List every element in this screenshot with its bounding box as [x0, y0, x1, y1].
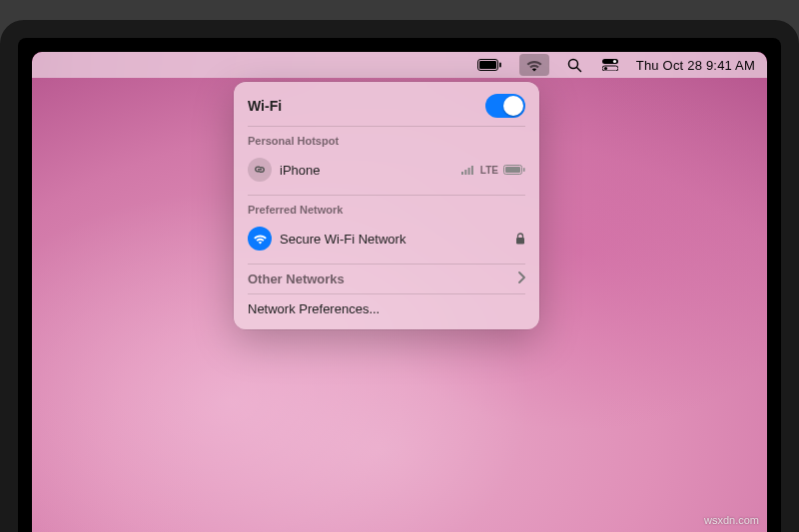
signal-bars-icon [461, 165, 475, 175]
svg-rect-1 [499, 63, 501, 68]
watermark: wsxdn.com [704, 514, 759, 526]
wifi-title: Wi-Fi [248, 98, 282, 114]
svg-rect-15 [505, 167, 520, 173]
preferred-network-row[interactable]: Secure Wi-Fi Network [234, 220, 539, 258]
menubar: Thu Oct 28 9:41 AM [32, 52, 767, 78]
wifi-panel-header: Wi-Fi [234, 92, 539, 126]
wifi-panel: Wi-Fi Personal Hotspot iPhone [234, 82, 539, 329]
hotspot-row[interactable]: iPhone LTE [234, 151, 539, 189]
hotspot-device-label: iPhone [280, 163, 453, 178]
svg-rect-9 [461, 172, 463, 175]
svg-rect-11 [467, 168, 469, 175]
svg-rect-2 [479, 61, 496, 69]
svg-point-6 [613, 60, 616, 63]
hotspot-icon [248, 158, 272, 182]
screen-bezel: Thu Oct 28 9:41 AM Wi-Fi Personal Hotspo… [18, 38, 781, 532]
network-preferences-label: Network Preferences... [248, 301, 525, 316]
svg-line-4 [576, 67, 580, 71]
lte-label: LTE [480, 165, 498, 176]
svg-rect-10 [464, 170, 466, 175]
other-networks-row[interactable]: Other Networks [234, 265, 539, 293]
preferred-section-label: Preferred Network [234, 196, 539, 220]
hotspot-battery-icon [503, 165, 525, 175]
laptop-frame: Thu Oct 28 9:41 AM Wi-Fi Personal Hotspo… [0, 20, 799, 532]
wifi-icon[interactable] [519, 54, 549, 76]
battery-icon[interactable] [475, 52, 503, 78]
preferred-network-label: Secure Wi-Fi Network [280, 232, 507, 247]
chevron-right-icon [517, 271, 525, 286]
svg-rect-14 [523, 168, 525, 172]
wifi-toggle[interactable] [485, 94, 525, 118]
hotspot-section-label: Personal Hotspot [234, 127, 539, 151]
hotspot-status-icons: LTE [461, 165, 525, 176]
other-networks-label: Other Networks [248, 271, 509, 286]
desktop: Thu Oct 28 9:41 AM Wi-Fi Personal Hotspo… [32, 52, 767, 532]
search-icon[interactable] [565, 52, 584, 78]
svg-point-8 [604, 67, 607, 70]
wifi-network-icon [248, 227, 272, 251]
svg-rect-12 [471, 166, 473, 175]
menubar-datetime[interactable]: Thu Oct 28 9:41 AM [636, 58, 755, 73]
control-center-icon[interactable] [600, 52, 620, 78]
network-preferences-row[interactable]: Network Preferences... [234, 294, 539, 323]
lock-icon [515, 233, 525, 245]
svg-rect-16 [516, 238, 524, 245]
